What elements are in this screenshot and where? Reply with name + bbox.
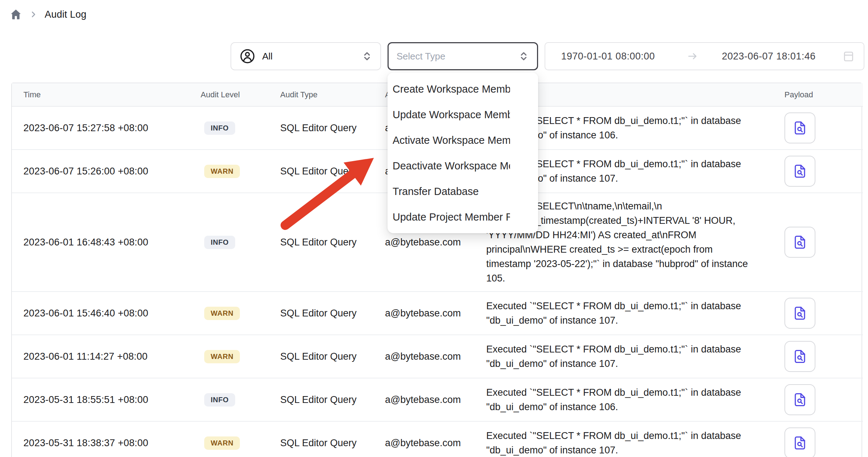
- actor-cell: a@bytebase.com: [383, 335, 484, 378]
- time-cell: 2023-06-01 15:46:40 +08:00: [12, 292, 201, 335]
- type-filter-select[interactable]: Select Type: [388, 42, 538, 70]
- dropdown-item[interactable]: Update Workspace Member: [388, 102, 538, 127]
- audit-type-cell: SQL Editor Query: [278, 150, 383, 193]
- actor-filter-value: All: [262, 51, 273, 62]
- audit-type-cell: SQL Editor Query: [278, 106, 383, 150]
- audit-type-cell: SQL Editor Query: [278, 335, 383, 378]
- view-payload-button[interactable]: [784, 384, 815, 415]
- view-payload-button[interactable]: [784, 156, 815, 187]
- audit-type-cell: SQL Editor Query: [278, 378, 383, 421]
- actor-filter-select[interactable]: All: [231, 42, 381, 70]
- filter-bar: All Select Type 1970-01-01 08:00:00 2023…: [231, 42, 864, 70]
- chevron-right-icon: [29, 10, 38, 19]
- column-header-payload: Payload: [778, 83, 863, 106]
- file-search-icon: [792, 435, 808, 451]
- page-title: Audit Log: [45, 9, 86, 20]
- view-payload-button[interactable]: [784, 227, 815, 258]
- date-range-end: 2023-06-07 18:01:46: [722, 51, 815, 62]
- file-search-icon: [792, 234, 808, 250]
- audit-level-badge: WARN: [204, 307, 240, 320]
- audit-type-cell: SQL Editor Query: [278, 193, 383, 292]
- view-payload-button[interactable]: [784, 298, 815, 329]
- audit-type-cell: SQL Editor Query: [278, 292, 383, 335]
- column-header-time: Time: [12, 83, 201, 106]
- home-icon[interactable]: [9, 8, 22, 21]
- audit-level-badge: INFO: [204, 393, 235, 407]
- chevron-updown-icon: [518, 51, 529, 62]
- column-header-audit-level: Audit Level: [201, 83, 278, 106]
- table-row: 2023-05-31 18:55:51 +08:00 INFO SQL Edit…: [12, 378, 863, 421]
- file-search-icon: [792, 120, 808, 136]
- view-payload-button[interactable]: [784, 427, 815, 457]
- audit-type-cell: SQL Editor Query: [278, 421, 383, 457]
- calendar-icon: [842, 50, 855, 63]
- dropdown-item[interactable]: Update Project Member Role: [388, 204, 538, 230]
- audit-level-badge: INFO: [204, 121, 235, 135]
- type-filter-placeholder: Select Type: [397, 51, 445, 62]
- comment-cell: Executed `"SELECT * FROM db_ui_demo.t1;"…: [484, 292, 778, 335]
- comment-cell: Executed `"SELECT * FROM db_ui_demo.t1;"…: [484, 378, 778, 421]
- date-range-picker[interactable]: 1970-01-01 08:00:00 2023-06-07 18:01:46: [545, 42, 864, 70]
- audit-level-badge: INFO: [204, 236, 235, 249]
- table-row: 2023-06-01 11:14:27 +08:00 WARN SQL Edit…: [12, 335, 863, 378]
- view-payload-button[interactable]: [784, 341, 815, 372]
- audit-level-badge: WARN: [204, 350, 240, 363]
- file-search-icon: [792, 392, 808, 408]
- table-row: 2023-06-01 15:46:40 +08:00 WARN SQL Edit…: [12, 292, 863, 335]
- arrow-right-icon: [686, 50, 699, 62]
- time-cell: 2023-06-07 15:26:00 +08:00: [12, 150, 201, 193]
- time-cell: 2023-06-01 11:14:27 +08:00: [12, 335, 201, 378]
- time-cell: 2023-06-01 16:48:43 +08:00: [12, 193, 201, 292]
- comment-cell: Executed `"SELECT * FROM db_ui_demo.t1;"…: [484, 421, 778, 457]
- audit-log-page: Audit Log All Select Type 1970-01-01 08:…: [0, 0, 868, 457]
- type-dropdown-menu: Create Workspace MemberUpdate Workspace …: [388, 72, 538, 233]
- dropdown-item[interactable]: Deactivate Workspace Member: [388, 153, 538, 178]
- dropdown-item[interactable]: Create Workspace Member: [388, 76, 538, 102]
- audit-level-badge: WARN: [204, 436, 240, 450]
- file-search-icon: [792, 349, 808, 364]
- view-payload-button[interactable]: [784, 112, 815, 143]
- time-cell: 2023-05-31 18:38:37 +08:00: [12, 421, 201, 457]
- file-search-icon: [792, 305, 808, 321]
- dropdown-item[interactable]: Activate Workspace Member: [388, 127, 538, 153]
- time-cell: 2023-06-07 15:27:58 +08:00: [12, 106, 201, 150]
- file-search-icon: [792, 163, 808, 179]
- audit-level-badge: WARN: [204, 165, 240, 178]
- actor-cell: a@bytebase.com: [383, 378, 484, 421]
- actor-cell: a@bytebase.com: [383, 421, 484, 457]
- date-range-start: 1970-01-01 08:00:00: [561, 51, 655, 62]
- column-header-audit-type: Audit Type: [278, 83, 383, 106]
- time-cell: 2023-05-31 18:55:51 +08:00: [12, 378, 201, 421]
- comment-cell: Executed `"SELECT * FROM db_ui_demo.t1;"…: [484, 335, 778, 378]
- chevron-updown-icon: [362, 51, 372, 62]
- user-circle-icon: [239, 48, 256, 65]
- dropdown-item[interactable]: Transfer Database: [388, 178, 538, 204]
- table-row: 2023-05-31 18:38:37 +08:00 WARN SQL Edit…: [12, 421, 863, 457]
- actor-cell: a@bytebase.com: [383, 292, 484, 335]
- breadcrumb: Audit Log: [9, 8, 86, 21]
